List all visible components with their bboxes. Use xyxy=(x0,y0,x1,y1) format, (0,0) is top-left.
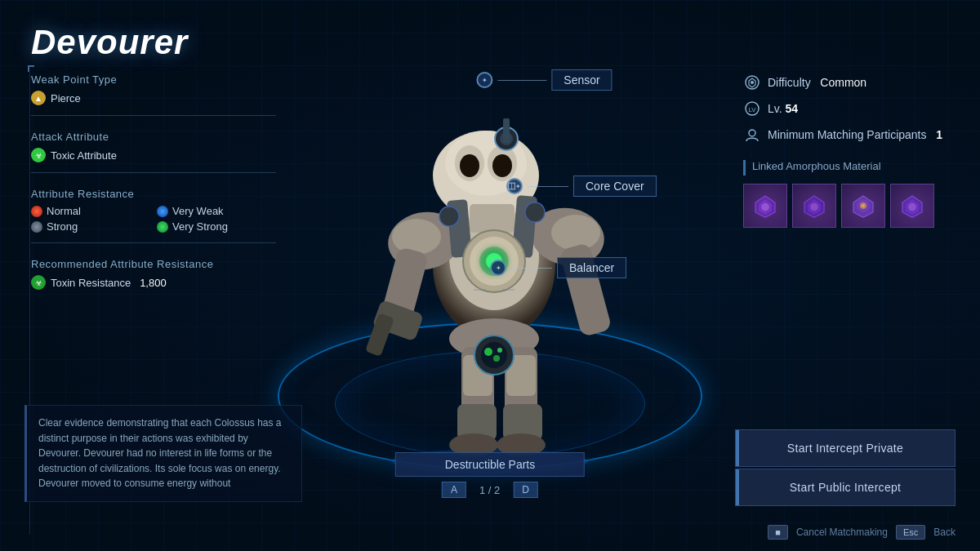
svg-point-16 xyxy=(551,215,600,251)
svg-marker-53 xyxy=(759,199,772,215)
strong-label: Strong xyxy=(47,220,78,233)
difficulty-row: Difficulty Common xyxy=(743,73,956,91)
level-icon: LV xyxy=(743,100,761,118)
core-cover-label: Core Cover xyxy=(573,176,657,197)
svg-point-61 xyxy=(862,204,865,207)
svg-marker-52 xyxy=(755,196,775,217)
svg-point-57 xyxy=(810,203,818,211)
core-callout-dot xyxy=(506,178,523,194)
core-callout-line xyxy=(528,186,568,187)
toxic-icon: ☣ xyxy=(31,148,46,162)
divider-3 xyxy=(31,242,276,243)
svg-point-8 xyxy=(492,154,512,177)
svg-rect-9 xyxy=(470,204,514,233)
recommended-label: Recommended Attribute Resistance xyxy=(31,258,276,270)
attack-attr-label: Attack Attribute xyxy=(31,131,276,143)
attack-attr-value: Toxic Attribute xyxy=(51,149,117,162)
divider-1 xyxy=(31,115,276,116)
core-cover-callout: Core Cover xyxy=(506,176,657,197)
participants-icon xyxy=(743,126,761,144)
weak-point-value: Pierce xyxy=(51,92,81,104)
svg-point-20 xyxy=(439,207,459,226)
linked-section: Linked Amorphous Material xyxy=(743,160,956,228)
weak-point-label: Weak Point Type xyxy=(31,73,276,86)
svg-point-38 xyxy=(493,355,500,362)
linked-item-4 xyxy=(890,184,934,228)
balancer-callout-dot xyxy=(490,260,506,276)
parts-prev-button[interactable]: A xyxy=(442,482,466,498)
pierce-icon: ▲ xyxy=(31,91,46,105)
svg-point-37 xyxy=(484,348,492,356)
recommended-row: ☣ Toxin Resistance 1,800 xyxy=(31,275,276,290)
svg-marker-58 xyxy=(853,196,873,217)
sensor-callout-dot xyxy=(476,72,492,88)
start-private-button[interactable]: Start Intercept Private xyxy=(735,429,956,467)
difficulty-label: Difficulty xyxy=(768,76,811,89)
boss-svg xyxy=(343,86,637,478)
normal-dot xyxy=(31,206,42,217)
very-strong-label: Very Strong xyxy=(172,220,228,233)
svg-marker-55 xyxy=(804,196,824,217)
parts-next-button[interactable]: D xyxy=(513,482,538,498)
parts-label: Destructible Parts xyxy=(395,452,585,477)
participants-row: Minimum Matching Participants 1 xyxy=(743,126,956,144)
linked-item-2 xyxy=(792,184,836,228)
sensor-label: Sensor xyxy=(551,69,612,91)
svg-point-59 xyxy=(857,199,870,212)
svg-rect-14 xyxy=(365,313,394,357)
svg-point-36 xyxy=(481,342,507,368)
boss-figure xyxy=(343,86,637,478)
cancel-key: ■ xyxy=(768,525,788,540)
level-row: LV Lv. 54 xyxy=(743,100,956,118)
svg-point-51 xyxy=(749,130,755,136)
level-label: Lv. xyxy=(768,102,782,115)
boss-title: Devourer xyxy=(31,23,188,62)
start-public-button[interactable]: Start Public Intercept xyxy=(735,469,956,506)
svg-point-54 xyxy=(761,203,769,211)
back-label: Back xyxy=(933,527,956,538)
difficulty-value: Common xyxy=(820,76,866,89)
svg-point-64 xyxy=(908,203,916,211)
difficulty-text: Difficulty Common xyxy=(768,76,866,89)
difficulty-icon xyxy=(743,73,761,91)
participants-value: 1 xyxy=(936,128,942,141)
very-weak-dot xyxy=(157,206,168,217)
back-key[interactable]: Esc xyxy=(896,525,925,540)
lore-box: Clear evidence demonstrating that each C… xyxy=(24,405,302,502)
parts-bar: Destructible Parts A 1 / 2 D xyxy=(395,452,585,498)
balancer-label: Balancer xyxy=(557,257,626,278)
balancer-callout: Balancer xyxy=(490,257,626,278)
toxin-res-icon: ☣ xyxy=(31,275,46,290)
svg-marker-56 xyxy=(808,199,821,215)
svg-point-21 xyxy=(525,202,545,222)
svg-point-48 xyxy=(751,81,754,84)
balancer-callout-line xyxy=(511,268,552,269)
level-text: Lv. 54 xyxy=(768,102,798,115)
svg-text:LV: LV xyxy=(748,106,756,113)
participants-text: Minimum Matching Participants 1 xyxy=(768,128,942,141)
attack-attr-row: ☣ Toxic Attribute xyxy=(31,148,276,162)
linked-item-3 xyxy=(841,184,885,228)
svg-point-7 xyxy=(460,154,479,177)
normal-label: Normal xyxy=(47,205,81,217)
right-panel: Difficulty Common LV Lv. 54 Minimum Matc… xyxy=(743,73,956,228)
res-normal: Normal xyxy=(31,205,150,217)
svg-marker-62 xyxy=(902,196,922,217)
sensor-callout-line xyxy=(497,80,546,81)
svg-point-60 xyxy=(860,202,866,209)
svg-point-39 xyxy=(497,348,502,353)
svg-rect-42 xyxy=(503,118,510,143)
rec-res-amount: 1,800 xyxy=(140,277,167,289)
center-area: Sensor Core Cover Balancer Destructible … xyxy=(245,0,735,551)
weak-point-row: ▲ Pierce xyxy=(31,91,276,105)
res-strong: Strong xyxy=(31,220,150,233)
sensor-callout: Sensor xyxy=(476,69,612,91)
level-value: 54 xyxy=(786,102,799,115)
footer: ■ Cancel Matchmaking Esc Back xyxy=(768,525,956,540)
recommended-res-value: Toxin Resistance 1,800 xyxy=(51,277,167,289)
strong-dot xyxy=(31,221,42,233)
very-strong-dot xyxy=(157,221,168,233)
left-panel: Weak Point Type ▲ Pierce Attack Attribut… xyxy=(31,73,276,293)
rec-res-name: Toxin Resistance xyxy=(51,277,131,289)
svg-marker-63 xyxy=(906,199,919,215)
